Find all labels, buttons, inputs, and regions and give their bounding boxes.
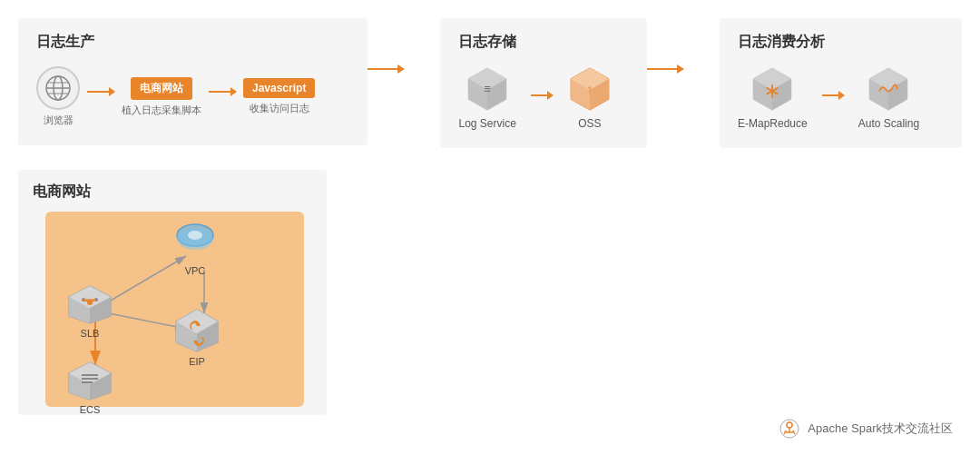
arrow-2: [209, 91, 236, 93]
slb-icon: [67, 284, 113, 325]
spark-logo-icon: [779, 418, 800, 440]
log-storage-panel: 日志存储 ≡ Log Service: [440, 18, 647, 148]
log-service-label: Log Service: [458, 117, 515, 130]
browser-icon: [36, 66, 80, 110]
main-arrow-2: [647, 68, 683, 70]
slb-label: SLB: [81, 328, 100, 339]
log-storage-title: 日志存储: [458, 33, 629, 52]
oss-label: OSS: [578, 117, 601, 130]
oss-item: ↑ OSS: [567, 66, 612, 130]
log-analysis-panel: 日志消费分析: [720, 18, 962, 148]
svg-point-59: [787, 422, 792, 428]
eip-icon: [174, 308, 220, 353]
svg-line-63: [793, 430, 795, 434]
oss-icon: ↑: [567, 66, 612, 112]
svg-point-36: [188, 231, 202, 240]
auto-scaling-item: Auto Scaling: [858, 66, 919, 130]
emapreduce-icon: [750, 66, 795, 112]
ecs-label: ECS: [80, 404, 101, 415]
log-production-panel: 日志生产 浏览器: [18, 18, 368, 145]
vpc-label: VPC: [185, 265, 206, 276]
footer-text: Apache Spark技术交流社区: [808, 420, 953, 437]
main-container: 日志生产 浏览器: [0, 0, 980, 465]
connections-svg: [18, 170, 327, 415]
top-section: 日志生产 浏览器: [18, 18, 962, 148]
log-production-title: 日志生产: [36, 33, 349, 52]
analysis-items: E-MapReduce Au: [738, 66, 944, 130]
ecommerce-badge: 电商网站: [131, 77, 192, 100]
bottom-section: 电商网站: [18, 170, 962, 415]
auto-scaling-icon: [866, 66, 911, 112]
svg-line-62: [784, 430, 786, 434]
ecs-icon: [67, 361, 113, 401]
log-service-item: ≡ Log Service: [458, 66, 515, 130]
vpc-node: VPC: [172, 217, 218, 276]
log-analysis-title: 日志消费分析: [738, 33, 944, 52]
browser-item: 浏览器: [36, 66, 80, 127]
svg-text:≡: ≡: [484, 82, 490, 95]
main-arrow-1: [368, 68, 404, 70]
eip-node: EIP: [174, 308, 220, 367]
browser-label: 浏览器: [44, 114, 74, 127]
slb-node: SLB: [67, 284, 113, 339]
analysis-arrow: [822, 94, 844, 96]
javascript-badge: Javascript: [243, 78, 315, 98]
emapreduce-item: E-MapReduce: [738, 66, 808, 130]
ecommerce-item: 电商网站 植入日志采集脚本: [122, 77, 201, 117]
ecs-node: ECS: [67, 361, 113, 415]
storage-arrow: [531, 94, 553, 96]
log-service-icon: ≡: [465, 66, 510, 112]
ecommerce-network-panel: 电商网站: [18, 170, 327, 415]
svg-text:↑: ↑: [586, 82, 593, 96]
auto-scaling-label: Auto Scaling: [858, 117, 919, 130]
eip-label: EIP: [189, 356, 205, 367]
vpc-icon: [172, 217, 218, 262]
svg-point-22: [771, 89, 775, 93]
emapreduce-label: E-MapReduce: [738, 117, 808, 130]
production-items: 浏览器 电商网站 植入日志采集脚本 Javascript 收集访问日志: [36, 66, 349, 127]
javascript-item: Javascript 收集访问日志: [243, 78, 315, 115]
ecommerce-label: 植入日志采集脚本: [122, 104, 201, 117]
storage-items: ≡ Log Service ↑: [458, 66, 629, 130]
footer-text-area: Apache Spark技术交流社区: [779, 418, 953, 440]
javascript-label: 收集访问日志: [250, 102, 309, 115]
arrow-1: [87, 91, 114, 93]
